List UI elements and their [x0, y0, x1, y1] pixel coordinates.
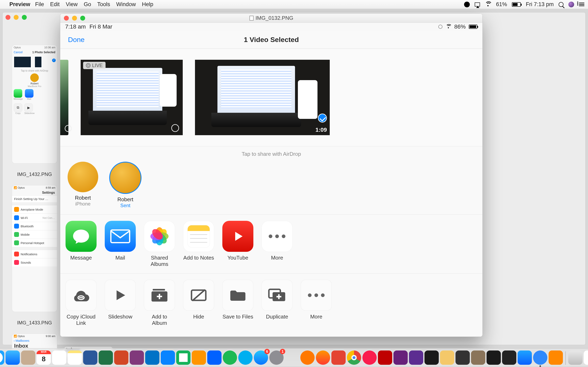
menubar-extra-icon[interactable] — [568, 2, 574, 7]
dock-vs-code[interactable] — [409, 350, 423, 365]
dock-spotify[interactable] — [223, 350, 237, 365]
checkmark-icon[interactable] — [318, 114, 327, 123]
dock-vlc[interactable] — [549, 350, 563, 365]
notes-icon — [183, 221, 214, 252]
ipad-battery-percent: 86% — [454, 24, 466, 30]
dock-appstore[interactable]: 6 — [254, 350, 268, 365]
share-app-notes[interactable]: Add to Notes — [183, 221, 214, 267]
dock-outlook[interactable] — [145, 350, 159, 365]
media-thumbnails-row[interactable]: LIVE 1:09 — [60, 49, 483, 146]
share-app-message[interactable]: Message — [66, 221, 96, 267]
dock-gimp[interactable] — [471, 350, 485, 365]
dock-word[interactable] — [83, 350, 97, 365]
dock-quicktime[interactable] — [533, 350, 547, 365]
media-thumb-video-selected[interactable]: 1:09 — [195, 60, 330, 135]
dock-calendar[interactable]: MAR8 — [36, 350, 51, 365]
share-app-more[interactable]: More — [261, 221, 293, 267]
ipad-status-date: Fri 8 Mar — [89, 24, 112, 30]
svg-rect-0 — [111, 230, 130, 243]
action-add-to-album[interactable]: Add to Album — [144, 280, 175, 326]
mail-icon — [105, 221, 136, 252]
minimize-icon[interactable] — [72, 16, 77, 21]
share-app-mail[interactable]: Mail — [105, 221, 136, 267]
airplay-icon[interactable] — [475, 2, 480, 7]
dock-chrome[interactable] — [347, 350, 361, 365]
dock-minimized-preview[interactable] — [584, 350, 588, 365]
dock-firefox[interactable] — [316, 350, 330, 365]
airdrop-contact-robert-iphone[interactable]: Robert iPhone — [66, 162, 100, 208]
share-app-shared-albums[interactable]: Shared Albums — [144, 221, 175, 267]
dock-pages[interactable] — [192, 350, 206, 365]
sidebar-thumb-2[interactable]: 📶 Optus8:59 am Settings Finish Setting U… — [12, 185, 57, 312]
minimize-icon[interactable] — [14, 15, 18, 20]
dock-activity-monitor[interactable] — [502, 350, 516, 365]
syncing-icon — [438, 25, 442, 29]
media-thumb-live-photo[interactable]: LIVE — [81, 60, 183, 135]
action-hide[interactable]: Hide — [183, 280, 214, 326]
dock-xcode[interactable] — [518, 350, 532, 365]
dock-keynote[interactable] — [161, 350, 175, 365]
mac-menubar: Preview File Edit View Go Tools Window H… — [0, 0, 588, 9]
action-save-to-files[interactable]: Save to Files — [222, 280, 253, 326]
dock-recent-folder[interactable] — [568, 350, 582, 365]
dock-todoist[interactable] — [331, 350, 346, 365]
battery-icon — [469, 25, 477, 29]
folder-icon — [222, 280, 253, 311]
menu-window[interactable]: Window — [116, 1, 136, 8]
media-thumb-prev[interactable] — [60, 60, 68, 135]
dock-mamp[interactable] — [424, 350, 439, 365]
spotlight-icon[interactable] — [559, 2, 563, 7]
done-button[interactable]: Done — [68, 36, 85, 44]
menu-tools[interactable]: Tools — [97, 1, 110, 8]
dock-safari[interactable] — [0, 350, 4, 365]
selection-ring-icon[interactable] — [171, 124, 179, 132]
notification-center-icon[interactable] — [579, 3, 584, 6]
action-more[interactable]: More — [301, 280, 332, 326]
dock-onenote[interactable] — [130, 350, 144, 365]
dock-skype[interactable] — [238, 350, 252, 365]
menu-view[interactable]: View — [66, 1, 78, 8]
dock-1password[interactable] — [285, 350, 299, 365]
dock-opera[interactable] — [362, 350, 377, 365]
dock-numbers[interactable] — [176, 350, 190, 365]
battery-icon[interactable] — [512, 2, 521, 7]
app-name[interactable]: Preview — [9, 1, 30, 8]
ipad-status-time: 7:18 am — [65, 24, 86, 30]
dock-notes[interactable] — [68, 350, 82, 365]
menu-file[interactable]: File — [35, 1, 44, 8]
menubar-clock[interactable]: Fri 7:13 pm — [526, 1, 554, 8]
share-app-youtube[interactable]: YouTube — [222, 221, 253, 267]
action-slideshow[interactable]: Slideshow — [105, 280, 136, 326]
dock-visual-studio[interactable] — [393, 350, 408, 365]
dock-excel[interactable] — [99, 350, 113, 365]
wifi-icon[interactable] — [485, 2, 491, 7]
cloud-link-icon — [66, 280, 96, 311]
dock-sequel-pro[interactable] — [440, 350, 454, 365]
dock-reminders[interactable] — [52, 350, 66, 365]
bg-window-traffic-lights[interactable] — [6, 15, 27, 20]
action-copy-icloud-link[interactable]: Copy iCloud Link — [66, 280, 96, 326]
airdrop-contact-robert-sent[interactable]: Robert Sent — [108, 162, 143, 208]
more-icon — [261, 221, 293, 252]
dock-system-preferences[interactable]: 1 — [269, 350, 284, 365]
dock-terminal[interactable] — [486, 350, 501, 365]
sidebar-thumb-1[interactable]: Optus10:36 am Cancel1 Photo Selected ✓ T… — [12, 45, 57, 163]
dock-filezilla[interactable] — [378, 350, 392, 365]
dock-mail[interactable] — [6, 350, 20, 365]
menu-help[interactable]: Help — [142, 1, 153, 8]
menu-edit[interactable]: Edit — [50, 1, 60, 8]
dock-avast[interactable] — [300, 350, 315, 365]
menu-go[interactable]: Go — [84, 1, 91, 8]
avast-menubar-icon[interactable] — [464, 2, 470, 7]
dock-db-tool[interactable] — [456, 350, 470, 365]
more-icon — [301, 280, 332, 311]
window-titlebar[interactable]: IMG_0132.PNG — [60, 14, 483, 23]
dock-dropbox[interactable] — [207, 350, 222, 365]
close-icon[interactable] — [64, 16, 69, 21]
zoom-icon[interactable] — [80, 16, 85, 21]
action-duplicate[interactable]: Duplicate — [261, 280, 293, 326]
dock-powerpoint[interactable] — [114, 350, 129, 365]
close-icon[interactable] — [6, 15, 10, 20]
dock-contacts[interactable] — [21, 350, 35, 365]
zoom-icon[interactable] — [22, 15, 27, 20]
